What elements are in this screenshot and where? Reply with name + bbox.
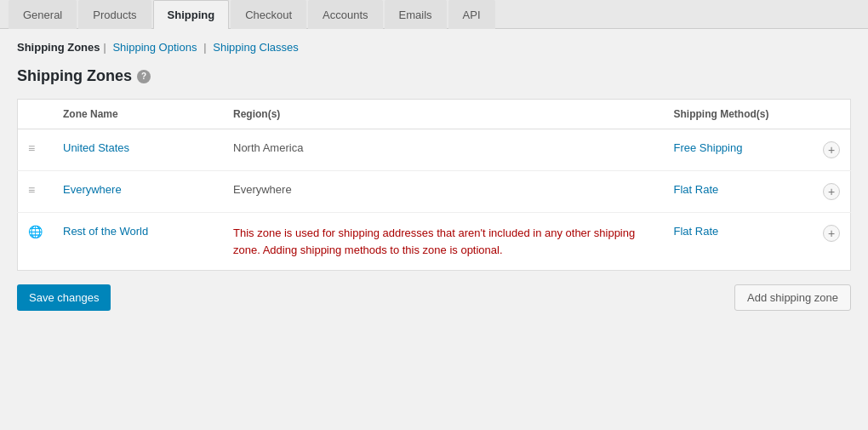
globe-icon-col: 🌐: [18, 213, 54, 271]
table-row: ≡ Everywhere Everywhere Flat Rate +: [18, 171, 851, 213]
tab-api[interactable]: API: [448, 0, 495, 29]
add-method-button-rest[interactable]: +: [823, 225, 840, 242]
tab-general[interactable]: General: [9, 0, 77, 29]
col-icon: [18, 100, 54, 129]
tabs-bar: General Products Shipping Checkout Accou…: [0, 0, 868, 29]
col-methods: Shipping Method(s): [664, 100, 851, 129]
breadcrumb-link-shipping-options[interactable]: Shipping Options: [112, 41, 197, 54]
zone-name-cell-everywhere: Everywhere: [53, 171, 223, 213]
method-cell-rest: Flat Rate +: [664, 213, 851, 271]
globe-icon: 🌐: [28, 225, 43, 238]
tab-emails[interactable]: Emails: [385, 0, 447, 29]
tab-products[interactable]: Products: [78, 0, 151, 29]
region-cell-rest: This zone is used for shipping addresses…: [223, 213, 664, 271]
method-cell-everywhere: Flat Rate +: [664, 171, 851, 213]
table-row: ≡ United States North America Free Shipp…: [18, 129, 851, 171]
region-cell-everywhere: Everywhere: [223, 171, 664, 213]
add-shipping-zone-button[interactable]: Add shipping zone: [734, 284, 851, 311]
method-cell-us: Free Shipping +: [664, 129, 851, 171]
tab-checkout[interactable]: Checkout: [231, 0, 306, 29]
method-link-everywhere[interactable]: Flat Rate: [674, 183, 719, 196]
add-method-button-us[interactable]: +: [823, 141, 840, 158]
tab-accounts[interactable]: Accounts: [308, 0, 382, 29]
method-link-us[interactable]: Free Shipping: [674, 141, 743, 154]
footer-actions: Save changes Add shipping zone: [17, 284, 851, 311]
region-cell-us: North America: [223, 129, 664, 171]
breadcrumb-current: Shipping Zones: [17, 41, 100, 54]
shipping-zones-table: Zone Name Region(s) Shipping Method(s) ≡…: [17, 99, 851, 271]
zone-name-link-rest[interactable]: Rest of the World: [63, 225, 148, 238]
col-zone-name: Zone Name: [53, 100, 223, 129]
drag-handle-col: ≡: [18, 129, 54, 171]
help-icon[interactable]: ?: [137, 70, 151, 83]
tab-shipping[interactable]: Shipping: [153, 0, 230, 29]
zone-name-cell: United States: [53, 129, 223, 171]
drag-handle-icon-everywhere[interactable]: ≡: [28, 183, 43, 197]
col-regions: Region(s): [223, 100, 664, 129]
table-row: 🌐 Rest of the World This zone is used fo…: [18, 213, 851, 271]
main-content: Shipping Zones | Shipping Options | Ship…: [0, 29, 868, 323]
zone-name-link-everywhere[interactable]: Everywhere: [63, 183, 122, 196]
section-title: Shipping Zones ?: [17, 67, 851, 85]
zone-name-cell-rest: Rest of the World: [53, 213, 223, 271]
add-method-button-everywhere[interactable]: +: [823, 183, 840, 200]
method-link-rest[interactable]: Flat Rate: [674, 225, 719, 238]
drag-handle-icon[interactable]: ≡: [28, 141, 43, 155]
drag-handle-col-everywhere: ≡: [18, 171, 54, 213]
save-changes-button[interactable]: Save changes: [17, 284, 111, 311]
breadcrumb: Shipping Zones | Shipping Options | Ship…: [17, 41, 851, 54]
breadcrumb-link-shipping-classes[interactable]: Shipping Classes: [213, 41, 298, 54]
zone-name-link-us[interactable]: United States: [63, 141, 129, 154]
